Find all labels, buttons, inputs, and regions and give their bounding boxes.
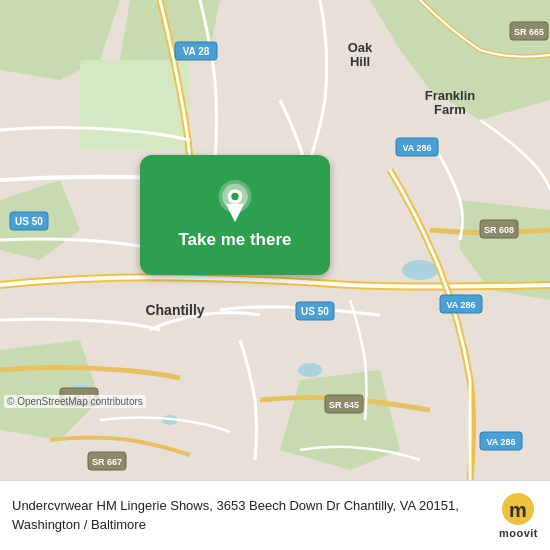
address-text: Undercvrwear HM Lingerie Shows, 3653 Bee…: [12, 497, 489, 533]
svg-text:Chantilly: Chantilly: [145, 302, 204, 318]
svg-marker-46: [226, 204, 244, 222]
svg-text:SR 667: SR 667: [92, 457, 122, 467]
svg-text:VA 286: VA 286: [402, 143, 431, 153]
moovit-logo-text: moovit: [499, 527, 538, 539]
map-container: VA 28 US 50 US 50 SR 665 SR 608 SR 657 S…: [0, 0, 550, 480]
svg-point-9: [402, 260, 438, 280]
svg-text:Oak: Oak: [348, 40, 373, 55]
svg-text:US 50: US 50: [301, 306, 329, 317]
osm-attribution: © OpenStreetMap contributors: [4, 395, 146, 408]
moovit-logo-icon: m: [502, 493, 534, 525]
take-me-there-button[interactable]: Take me there: [140, 155, 330, 275]
svg-text:VA 286: VA 286: [486, 437, 515, 447]
svg-text:m: m: [509, 499, 527, 521]
moovit-logo: m moovit: [499, 493, 538, 539]
svg-point-10: [298, 363, 322, 377]
bottom-bar: Undercvrwear HM Lingerie Shows, 3653 Bee…: [0, 480, 550, 550]
svg-text:SR 645: SR 645: [329, 400, 359, 410]
svg-text:Hill: Hill: [350, 54, 370, 69]
svg-text:Farm: Farm: [434, 102, 466, 117]
svg-text:SR 665: SR 665: [514, 27, 544, 37]
svg-point-47: [231, 193, 238, 200]
moovit-m-icon: m: [506, 497, 530, 521]
location-pin-icon: [216, 180, 254, 224]
svg-text:VA 28: VA 28: [183, 46, 210, 57]
svg-text:Franklin: Franklin: [425, 88, 476, 103]
svg-text:US 50: US 50: [15, 216, 43, 227]
svg-text:SR 608: SR 608: [484, 225, 514, 235]
svg-text:VA 286: VA 286: [446, 300, 475, 310]
button-label: Take me there: [178, 230, 291, 250]
